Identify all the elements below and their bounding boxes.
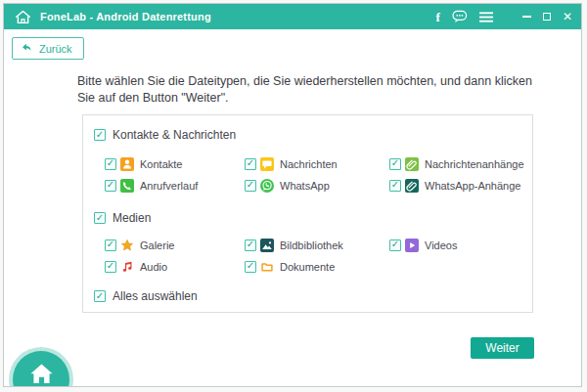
titlebar: FoneLab - Android Datenrettung f ✕: [4, 4, 581, 29]
checkbox-dokumente[interactable]: [245, 261, 256, 273]
item-label: Nachrichten: [280, 158, 338, 170]
feedback-icon[interactable]: [452, 10, 468, 23]
gallery-star-icon: [120, 239, 134, 252]
whatsapp-icon: [260, 179, 274, 193]
facebook-icon[interactable]: f: [436, 11, 440, 23]
whatsapp-attachments-icon: [405, 179, 419, 193]
documents-folder-icon: [260, 260, 274, 274]
minimize-button[interactable]: [522, 16, 531, 18]
item-galerie: Galerie: [105, 238, 245, 252]
app-window: FoneLab - Android Datenrettung f ✕: [3, 3, 582, 387]
item-whatsapp: WhatsApp: [245, 178, 389, 193]
section-items-kontakte-nachrichten: Kontakte Nachrichten: [105, 156, 532, 193]
file-type-panel: Kontakte & Nachrichten Kontakte: [82, 114, 533, 313]
section-label: Medien: [113, 211, 151, 225]
checkbox-nachrichten[interactable]: [245, 158, 256, 170]
back-button[interactable]: Zurück: [12, 37, 84, 60]
item-whatsapp-anhaenge: WhatsApp-Anhänge: [389, 178, 532, 193]
contacts-icon: [120, 157, 134, 171]
item-label: WhatsApp-Anhänge: [425, 180, 520, 192]
checkbox-nachrichtenanhaenge[interactable]: [389, 158, 401, 170]
item-dokumente: Dokumente: [245, 259, 389, 274]
item-audio: Audio: [105, 259, 245, 274]
item-nachrichtenanhaenge: Nachrichtenanhänge: [389, 156, 532, 171]
call-log-icon: [120, 179, 134, 193]
select-all-label: Alles auswählen: [113, 289, 198, 303]
next-button[interactable]: Weiter: [471, 337, 534, 359]
item-videos: Videos: [389, 238, 532, 252]
audio-note-icon: [120, 260, 134, 274]
menu-icon[interactable]: [479, 12, 493, 22]
instruction-text: Bitte wählen Sie die Dateitypen, die Sie…: [77, 73, 535, 107]
checkbox-bildbibliothek[interactable]: [245, 240, 256, 251]
item-label: Bildbibliothek: [280, 240, 343, 251]
section-checkbox-kontakte-nachrichten[interactable]: [94, 129, 106, 141]
item-label: Kontakte: [140, 158, 182, 170]
window-title: FoneLab - Android Datenrettung: [40, 11, 211, 22]
checkbox-galerie[interactable]: [105, 240, 116, 251]
checkbox-kontakte[interactable]: [105, 158, 116, 170]
item-anrufverlauf: Anrufverlauf: [105, 178, 245, 193]
maximize-button[interactable]: [543, 13, 551, 21]
close-button[interactable]: ✕: [563, 11, 572, 22]
item-nachrichten: Nachrichten: [245, 156, 389, 171]
item-kontakte: Kontakte: [105, 156, 245, 171]
item-label: Anrufverlauf: [140, 180, 198, 192]
back-button-label: Zurück: [39, 43, 72, 55]
item-label: WhatsApp: [280, 180, 330, 192]
message-attachments-icon: [405, 157, 419, 171]
back-arrow-icon: [21, 41, 33, 56]
select-all-row: Alles auswählen: [94, 289, 532, 303]
section-header-medien: Medien: [94, 211, 532, 225]
checkbox-videos[interactable]: [389, 240, 401, 251]
section-checkbox-medien[interactable]: [94, 212, 106, 224]
section-label: Kontakte & Nachrichten: [113, 128, 236, 142]
section-items-medien: Galerie Bildbibliothek: [105, 238, 532, 274]
checkbox-anrufverlauf[interactable]: [105, 180, 116, 192]
item-bildbibliothek: Bildbibliothek: [245, 238, 389, 252]
home-button[interactable]: [13, 351, 69, 387]
home-icon: [28, 362, 55, 386]
videos-icon: [405, 239, 419, 252]
select-all-checkbox[interactable]: [94, 290, 106, 302]
messages-icon: [260, 157, 274, 171]
section-header-kontakte-nachrichten: Kontakte & Nachrichten: [94, 128, 532, 142]
item-label: Audio: [140, 261, 167, 273]
checkbox-audio[interactable]: [105, 261, 116, 273]
home-logo-icon: [14, 8, 32, 26]
checkbox-whatsapp-anhaenge[interactable]: [389, 180, 401, 192]
item-label: Galerie: [140, 240, 174, 251]
checkbox-whatsapp[interactable]: [245, 180, 256, 192]
item-label: Videos: [425, 240, 457, 251]
item-label: Nachrichtenanhänge: [425, 158, 524, 170]
photo-library-icon: [260, 239, 274, 252]
item-label: Dokumente: [280, 261, 335, 273]
